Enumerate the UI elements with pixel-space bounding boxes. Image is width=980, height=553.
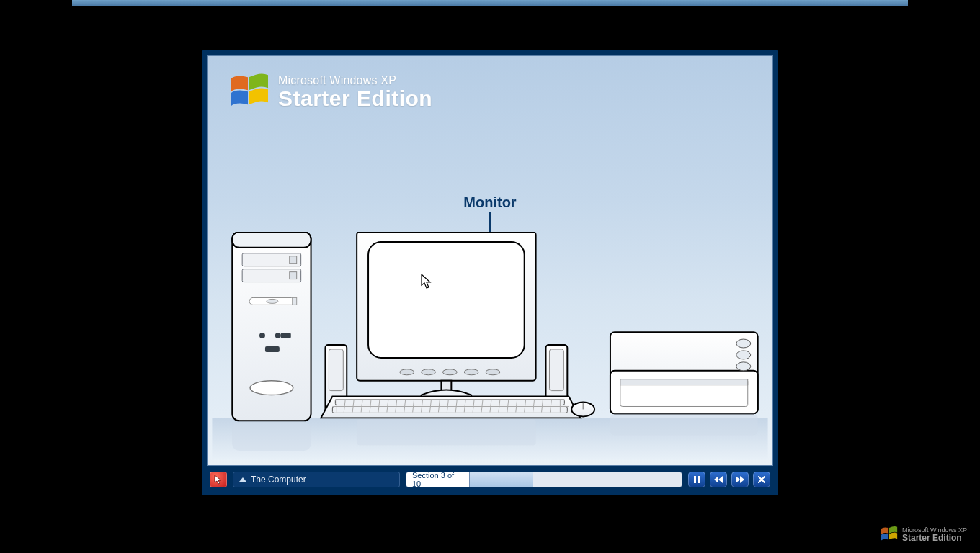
- expand-triangle-icon: [239, 477, 246, 482]
- svg-point-69: [736, 362, 751, 371]
- svg-rect-73: [698, 476, 700, 483]
- svg-point-68: [736, 351, 751, 359]
- svg-point-24: [464, 369, 478, 375]
- svg-rect-66: [620, 379, 748, 385]
- forward-button[interactable]: [731, 472, 749, 487]
- svg-rect-2: [232, 232, 311, 248]
- svg-rect-70: [610, 413, 758, 435]
- svg-point-21: [400, 369, 414, 375]
- rewind-button[interactable]: [710, 472, 727, 487]
- hardware-svg: [212, 232, 768, 461]
- svg-rect-9: [293, 297, 297, 305]
- mouse-cursor-icon: [421, 274, 432, 289]
- brand-header: Microsoft Windows XP Starter Edition: [229, 72, 432, 112]
- svg-point-67: [736, 339, 751, 348]
- svg-point-8: [267, 299, 278, 303]
- svg-point-23: [442, 369, 457, 375]
- brand-super-text: Microsoft Windows XP: [278, 75, 432, 87]
- svg-rect-31: [332, 406, 567, 413]
- content-canvas: Microsoft Windows XP Starter Edition Mon…: [207, 55, 773, 466]
- svg-rect-12: [281, 333, 291, 338]
- windows-flag-icon: [881, 526, 898, 543]
- close-button[interactable]: [753, 472, 770, 487]
- svg-rect-20: [368, 242, 525, 358]
- svg-rect-6: [290, 272, 297, 279]
- svg-rect-71: [357, 419, 535, 445]
- windows-flag-icon: [229, 72, 270, 112]
- section-title-display[interactable]: The Computer: [233, 472, 400, 487]
- tutorial-window: Microsoft Windows XP Starter Edition Mon…: [202, 50, 778, 495]
- svg-point-14: [250, 381, 293, 395]
- svg-point-25: [486, 369, 500, 375]
- watermark-main: Starter Edition: [902, 534, 967, 542]
- svg-rect-72: [694, 476, 696, 483]
- progress-fill: [470, 472, 533, 487]
- svg-rect-17: [329, 349, 343, 391]
- hardware-diagram: [212, 232, 768, 461]
- playback-controls: The Computer Section 3 of 10: [207, 469, 773, 490]
- desktop-watermark: Microsoft Windows XP Starter Edition: [881, 526, 967, 543]
- brand-main-text: Starter Edition: [278, 87, 432, 110]
- svg-point-11: [275, 333, 281, 338]
- svg-rect-26: [441, 381, 451, 391]
- svg-rect-13: [265, 346, 280, 352]
- progress-label: Section 3 of 10: [406, 472, 470, 487]
- svg-rect-4: [290, 256, 297, 264]
- top-border-strip: [72, 0, 908, 6]
- pause-button[interactable]: [688, 472, 705, 487]
- section-title-text: The Computer: [251, 475, 306, 485]
- svg-point-10: [259, 333, 265, 338]
- svg-rect-30: [335, 400, 564, 405]
- progress-bar[interactable]: Section 3 of 10: [406, 472, 682, 487]
- svg-rect-28: [549, 349, 564, 391]
- pointer-mode-button[interactable]: [210, 472, 227, 487]
- diagram-label: Monitor: [463, 194, 516, 211]
- svg-point-22: [422, 369, 436, 375]
- svg-rect-15: [232, 422, 311, 451]
- diagram-pointer-line: [489, 212, 491, 232]
